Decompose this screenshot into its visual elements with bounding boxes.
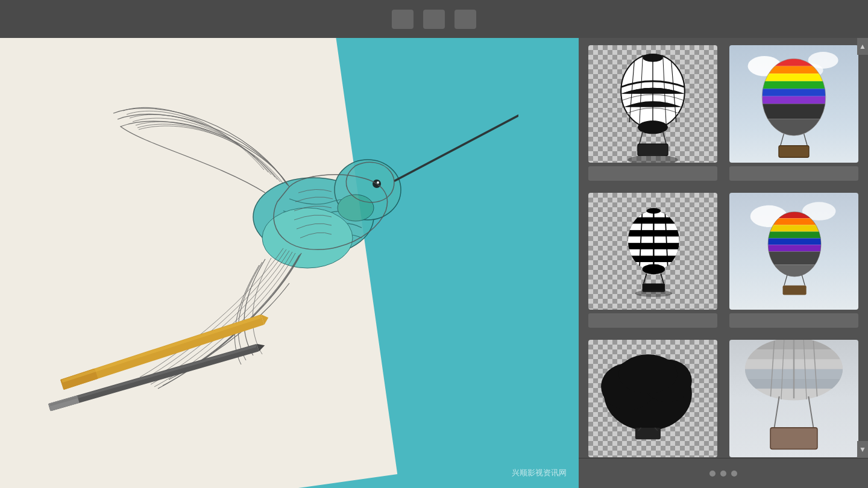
app-container: Image Trace ▾ ▲ xyxy=(0,0,868,488)
svg-point-4 xyxy=(377,181,379,184)
svg-rect-68 xyxy=(768,238,821,245)
image-thumb-6[interactable] xyxy=(729,340,858,457)
toolbar-button-3[interactable] xyxy=(454,10,476,29)
svg-line-24 xyxy=(663,131,667,144)
image-grid xyxy=(588,45,858,458)
svg-line-74 xyxy=(802,275,805,285)
image-thumb-1[interactable] xyxy=(588,45,717,163)
svg-rect-36 xyxy=(762,89,826,96)
svg-point-59 xyxy=(635,290,672,297)
svg-point-26 xyxy=(627,155,678,163)
svg-point-79 xyxy=(618,354,677,393)
scroll-up-button[interactable]: ▲ xyxy=(857,38,868,55)
image-card-2 xyxy=(729,45,858,181)
svg-line-23 xyxy=(640,131,643,144)
scroll-down-button[interactable]: ▼ xyxy=(857,441,868,458)
footer-dot-3 xyxy=(731,471,737,477)
svg-rect-34 xyxy=(762,74,826,81)
image-thumb-3[interactable] xyxy=(588,193,717,310)
svg-rect-37 xyxy=(762,96,826,104)
svg-rect-38 xyxy=(762,104,826,119)
image-thumb-4[interactable] xyxy=(729,193,858,310)
svg-rect-97 xyxy=(770,428,817,449)
image-card-3 xyxy=(588,193,717,328)
svg-rect-69 xyxy=(768,245,821,251)
panel-body[interactable] xyxy=(579,38,868,458)
image-card-1 xyxy=(588,45,717,181)
svg-line-56 xyxy=(644,273,647,283)
footer-dot-2 xyxy=(720,471,726,477)
svg-line-73 xyxy=(784,275,787,285)
svg-rect-67 xyxy=(768,231,821,238)
svg-rect-25 xyxy=(638,144,668,155)
hummingbird-artwork xyxy=(48,30,518,452)
svg-line-2 xyxy=(395,96,518,181)
svg-line-57 xyxy=(661,273,664,283)
scroll-down-icon: ▼ xyxy=(859,445,866,454)
image-trace-panel: Image Trace ▾ ▲ xyxy=(579,0,868,488)
image-card-6 xyxy=(729,340,858,458)
footer-dot-1 xyxy=(709,471,715,477)
image-label-btn-1[interactable] xyxy=(588,166,717,181)
panel-footer xyxy=(579,458,868,488)
image-thumb-2[interactable] xyxy=(729,45,858,163)
svg-rect-66 xyxy=(768,225,821,231)
image-card-5 xyxy=(588,340,717,458)
image-label-btn-4[interactable] xyxy=(729,313,858,328)
watermark: 兴顺影视资讯网 xyxy=(512,468,567,478)
svg-rect-75 xyxy=(783,285,807,295)
footer-dots xyxy=(709,471,737,477)
toolbar-button-1[interactable] xyxy=(392,10,414,29)
svg-rect-39 xyxy=(762,119,826,136)
svg-line-42 xyxy=(804,134,808,145)
pencils xyxy=(48,313,270,411)
image-card-4 xyxy=(729,193,858,328)
scroll-up-icon: ▲ xyxy=(859,42,866,51)
toolbar xyxy=(0,0,868,38)
svg-rect-71 xyxy=(768,264,821,277)
svg-point-54 xyxy=(647,208,661,213)
image-label-btn-2[interactable] xyxy=(729,166,858,181)
svg-line-41 xyxy=(781,134,784,145)
svg-line-95 xyxy=(775,396,779,428)
svg-line-96 xyxy=(808,396,813,428)
image-thumb-5[interactable] xyxy=(588,340,717,457)
svg-rect-70 xyxy=(768,251,821,264)
image-label-btn-3[interactable] xyxy=(588,313,717,328)
canvas-area xyxy=(0,0,542,488)
toolbar-button-2[interactable] xyxy=(423,10,445,29)
svg-rect-43 xyxy=(779,146,809,157)
svg-point-55 xyxy=(642,264,665,274)
svg-rect-35 xyxy=(762,81,826,89)
